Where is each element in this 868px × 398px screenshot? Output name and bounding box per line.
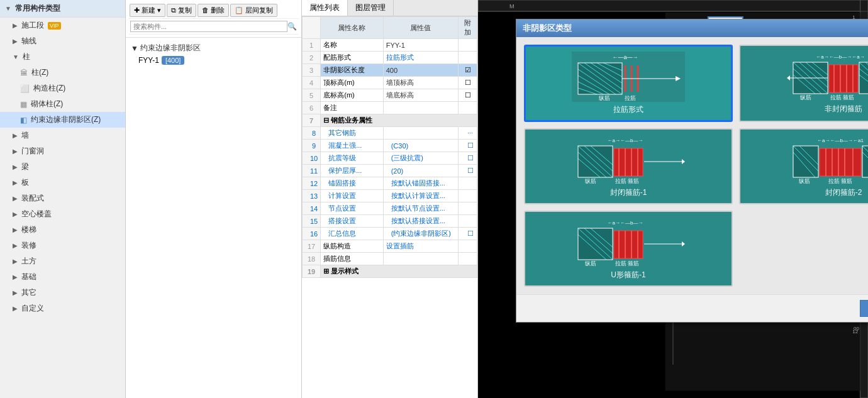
sidebar-item-assembled[interactable]: ▶ 装配式: [0, 191, 125, 206]
row-value-5[interactable]: 墙底标高: [383, 89, 458, 102]
sidebar-item-earthwork[interactable]: ▶ 土方: [0, 253, 125, 269]
table-row: 12 锚固搭接 按默认锚固搭接...: [303, 177, 477, 190]
row-num-2: 2: [303, 52, 321, 64]
sidebar-item-door-window[interactable]: ▶ 门窗洞: [0, 143, 125, 159]
row-group-label-19: ⊞ 显示样式: [321, 265, 477, 278]
confirm-button[interactable]: 确定: [860, 300, 868, 317]
label-constraint-shadow: 约束边缘非阴影区(Z): [31, 114, 101, 125]
row-num-14: 14: [303, 202, 321, 215]
table-row: 11 保护层厚... (20) ☐: [303, 165, 477, 177]
row-value-6[interactable]: [383, 102, 458, 114]
table-row: 5 底标高(m) 墙底标高 ☐: [303, 89, 477, 102]
sidebar-item-beam[interactable]: ▶ 梁: [0, 159, 125, 175]
sidebar-item-foundation[interactable]: ▶ 基础: [0, 269, 125, 285]
type-card-u-shape[interactable]: ←a→←—b—→: [524, 211, 733, 287]
floor-copy-button[interactable]: 📋 层间复制: [230, 4, 277, 17]
arrow-assembled: ▶: [13, 195, 18, 202]
sidebar-item-column[interactable]: ▼ 柱: [0, 49, 125, 65]
row-value-4[interactable]: 墙顶标高: [383, 77, 458, 89]
row-value-14[interactable]: 按默认节点设置...: [383, 202, 458, 215]
row-value-16[interactable]: (约束边缘非阴影区): [383, 228, 458, 240]
label-foundation: 基础: [21, 272, 36, 282]
sidebar-item-column-z[interactable]: 🏛 柱(Z): [0, 65, 125, 80]
sidebar-item-custom[interactable]: ▶ 自定义: [0, 301, 125, 316]
svg-closed-1: ←a→←—b—→: [572, 135, 685, 185]
diagram-u-shape: ←a→←—b—→: [530, 217, 726, 267]
sidebar-item-hollow-slab[interactable]: ▶ 空心楼盖: [0, 206, 125, 222]
sidebar-item-axis[interactable]: ▶ 轴线: [0, 33, 125, 49]
svg-pull-bar: ←—a—→: [572, 52, 685, 102]
row-value-3[interactable]: 400: [383, 64, 458, 77]
sidebar-item-wall[interactable]: ▶ 墙: [0, 128, 125, 143]
sidebar-item-slab[interactable]: ▶ 板: [0, 175, 125, 191]
sidebar-item-stair[interactable]: ▶ 楼梯: [0, 222, 125, 238]
row-value-8[interactable]: [383, 127, 458, 140]
type-card-closed-1[interactable]: ←a→←—b—→: [524, 128, 733, 204]
row-value-15[interactable]: 按默认搭接设置...: [383, 215, 458, 228]
row-value-12[interactable]: 按默认锚固搭接...: [383, 177, 458, 190]
tree-collapse-arrow: ▼: [131, 44, 138, 53]
svg-text:←a→←—b—→: ←a→←—b—→: [608, 220, 643, 226]
type-card-pull-bar[interactable]: ←—a—→: [524, 45, 733, 122]
row-name-6: 备注: [321, 102, 383, 114]
row-name-1: 名称: [321, 39, 383, 52]
table-row: 9 混凝土强... (C30) ☐: [303, 140, 477, 152]
delete-button[interactable]: 🗑 删除: [198, 4, 229, 17]
sidebar-item-constraint-shadow[interactable]: ◧ 约束边缘非阴影区(Z): [0, 112, 125, 128]
sidebar-item-construct-column[interactable]: ⬜ 构造柱(Z): [0, 80, 125, 96]
tree-item-fyy1[interactable]: FYY-1 [400]: [128, 55, 299, 66]
row-value-2[interactable]: 拉筋形式: [383, 52, 458, 64]
row-attach-4: ☐: [459, 77, 477, 89]
tab-property-list[interactable]: 属性列表: [302, 0, 348, 16]
modal-header[interactable]: 非阴影区类型 ×: [516, 19, 868, 37]
label-column-z: 柱(Z): [31, 67, 48, 78]
row-value-11[interactable]: (20): [383, 165, 458, 177]
row-num-11: 11: [303, 165, 321, 177]
col-header-name: 属性名称: [321, 17, 383, 39]
sidebar-item-decoration[interactable]: ▶ 装修: [0, 238, 125, 253]
row-value-9[interactable]: (C30): [383, 140, 458, 152]
new-button[interactable]: ✚ 新建 ▾: [130, 4, 165, 17]
card-label-closed-2: 封闭箍筋-2: [825, 187, 862, 198]
tab-layer-manage[interactable]: 图层管理: [348, 0, 394, 16]
table-row: 10 抗震等级 (三级抗震) ☐: [303, 152, 477, 165]
svg-text:←a→←—b—→←a→: ←a→←—b—→←a→: [816, 54, 864, 60]
search-button[interactable]: 🔍: [287, 22, 297, 31]
svg-text:纵筋: 纵筋: [599, 95, 610, 101]
sidebar-item-construction-stage[interactable]: ▶ 施工段 VIP: [0, 18, 125, 33]
row-value-17[interactable]: 设置插筋: [383, 240, 458, 253]
table-row: 16 汇总信息 (约束边缘非阴影区) ☐: [303, 228, 477, 240]
svg-text:M: M: [509, 3, 515, 9]
label-decoration: 装修: [21, 240, 36, 251]
row-attach-3[interactable]: ☑: [459, 64, 477, 77]
modal-body: ←—a—→: [516, 37, 868, 294]
arrow-earthwork: ▶: [13, 258, 18, 265]
icon-construct-column: ⬜: [20, 84, 30, 93]
row-attach-8[interactable]: ···: [459, 127, 477, 140]
row-attach-13: [459, 190, 477, 202]
svg-rect-71: [829, 65, 858, 92]
type-card-closed-2[interactable]: ←a→←—b—→←a1: [739, 128, 868, 204]
collapse-arrow-common: ▼: [5, 5, 11, 12]
sidebar-item-masonry-column[interactable]: ▦ 砌体柱(Z): [0, 96, 125, 112]
search-input[interactable]: [130, 21, 287, 32]
svg-text:纵筋: 纵筋: [799, 178, 810, 184]
row-value-13[interactable]: 按默认计算设置...: [383, 190, 458, 202]
row-num-4: 4: [303, 77, 321, 89]
property-scroll: 属性名称 属性值 附加 1 名称 FYY-1 2: [302, 16, 477, 398]
row-value-1[interactable]: FYY-1: [383, 39, 458, 52]
type-card-non-closed[interactable]: ←a→←—b—→←a→: [739, 45, 868, 122]
row-value-10[interactable]: (三级抗震): [383, 152, 458, 165]
arrow-axis: ▶: [13, 38, 18, 45]
copy-button[interactable]: ⧉ 复制: [167, 4, 196, 17]
row-name-4: 顶标高(m): [321, 77, 383, 89]
row-num-7: 7: [303, 114, 321, 127]
label-slab: 板: [21, 177, 29, 188]
prop-tabs: 属性列表 图层管理: [302, 0, 477, 16]
sidebar-item-other[interactable]: ▶ 其它: [0, 285, 125, 301]
property-table: 属性名称 属性值 附加 1 名称 FYY-1 2: [302, 16, 477, 278]
sidebar-item-common[interactable]: ▼ 常用构件类型: [0, 0, 125, 18]
table-row: 1 名称 FYY-1: [303, 39, 477, 52]
row-attach-6: [459, 102, 477, 114]
cad-area: M 纵筋 取墙纵筋 拉筋 取柱: [478, 0, 868, 398]
